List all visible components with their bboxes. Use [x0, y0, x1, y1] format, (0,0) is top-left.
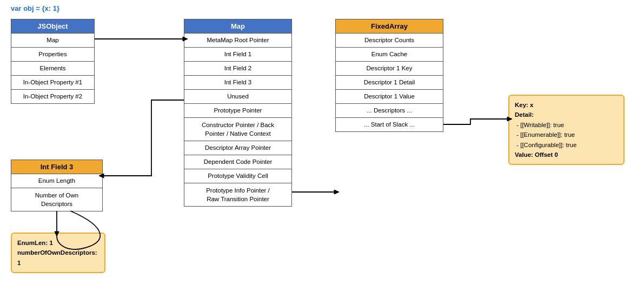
map-title: Map	[184, 19, 291, 33]
map-cell-int3: Int Field 3	[184, 75, 291, 89]
tooltip-enum-line1: EnumLen: 1	[17, 238, 99, 248]
tooltip-enum: EnumLen: 1 numberOfOwnDescriptors: 1	[11, 233, 105, 273]
fa-cell-enum-cache: Enum Cache	[336, 47, 443, 61]
jsobject-box: JSObject Map Properties Elements In-Obje…	[11, 19, 95, 104]
map-cell-prototype: Prototype Pointer	[184, 103, 291, 117]
fa-cell-d1key: Descriptor 1 Key	[336, 61, 443, 75]
tooltip-key-line4: - [[Enumerable]]: true	[515, 130, 618, 140]
intfield3-cell-enumlen: Enum Length	[11, 174, 102, 188]
tooltip-key-line3: - [[Writable]]: true	[515, 120, 618, 130]
jsobject-cell-prop1: In-Object Property #1	[11, 75, 94, 89]
svg-marker-4	[334, 190, 339, 194]
fixedarray-title: FixedArray	[336, 19, 443, 33]
tooltip-key-line2: Detail:	[515, 110, 618, 120]
code-label: var obj = {x: 1}	[11, 4, 59, 12]
map-cell-validity: Prototype Validity Cell	[184, 169, 291, 183]
map-box: Map MetaMap Root Pointer Int Field 1 Int…	[184, 19, 292, 207]
intfield3-box: Int Field 3 Enum Length Number of OwnDes…	[11, 160, 103, 211]
tooltip-enum-line2: numberOfOwnDescriptors: 1	[17, 248, 99, 268]
fa-cell-slack: ... Start of Slack ...	[336, 117, 443, 131]
map-cell-constructor: Constructor Pointer / BackPointer / Nati…	[184, 117, 291, 141]
intfield3-title: Int Field 3	[11, 160, 102, 174]
fa-cell-descriptors: ... Descriptors ...	[336, 103, 443, 117]
map-cell-metamap: MetaMap Root Pointer	[184, 33, 291, 47]
map-cell-descriptor: Descriptor Array Pointer	[184, 141, 291, 155]
fa-cell-descriptor-counts: Descriptor Counts	[336, 33, 443, 47]
intfield3-cell-numdesc: Number of OwnDescriptors	[11, 188, 102, 211]
tooltip-key-line1: Key: x	[515, 100, 618, 110]
fixedarray-box: FixedArray Descriptor Counts Enum Cache …	[335, 19, 443, 132]
jsobject-title: JSObject	[11, 19, 94, 33]
map-cell-dependent: Dependent Code Pointer	[184, 155, 291, 169]
map-cell-int1: Int Field 1	[184, 47, 291, 61]
tooltip-key-line5: - [[Configurable]]: true	[515, 140, 618, 150]
jsobject-cell-properties: Properties	[11, 47, 94, 61]
jsobject-cell-elements: Elements	[11, 61, 94, 75]
jsobject-cell-map: Map	[11, 33, 94, 47]
jsobject-cell-prop2: In-Object Property #2	[11, 89, 94, 103]
tooltip-key-line6: Value: Offset 0	[515, 150, 618, 160]
tooltip-key: Key: x Detail: - [[Writable]]: true - [[…	[508, 95, 625, 165]
map-cell-unused: Unused	[184, 89, 291, 103]
map-cell-int2: Int Field 2	[184, 61, 291, 75]
map-cell-protoinfo: Prototype Info Pointer /Raw Transition P…	[184, 183, 291, 206]
fa-cell-d1detail: Descriptor 1 Detail	[336, 75, 443, 89]
fa-cell-d1value: Descriptor 1 Value	[336, 89, 443, 103]
